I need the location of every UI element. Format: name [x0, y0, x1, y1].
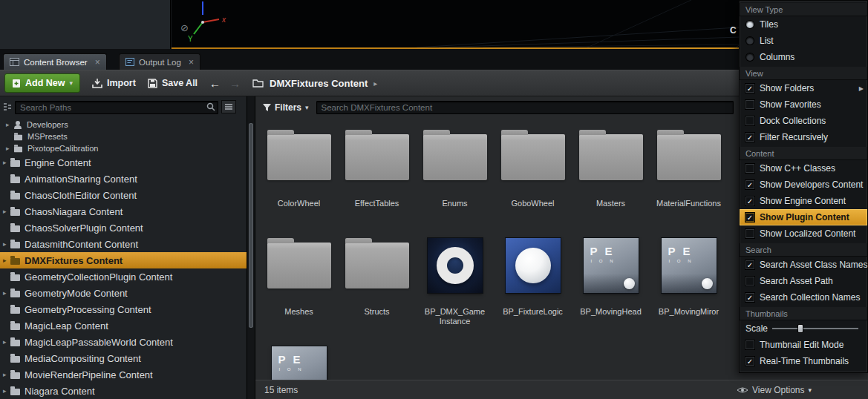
asset-tile-effecttables[interactable]: EffectTables — [338, 122, 416, 230]
tree-item-magicleap-content[interactable]: MagicLeap Content — [0, 317, 247, 334]
asset-search-input[interactable] — [316, 101, 734, 114]
asset-tile-bp-fixturelogic[interactable]: BP_FixtureLogic — [494, 230, 572, 338]
expand-arrow-icon[interactable]: ▸ — [3, 338, 10, 346]
add-new-button[interactable]: Add New ▾ — [4, 73, 80, 93]
menu-item-show-folders[interactable]: ✓Show Folders▶ — [740, 80, 867, 96]
asset-label: EffectTables — [355, 199, 399, 208]
menu-item-show-favorites[interactable]: Show Favorites — [740, 96, 867, 113]
tree-item-chaossolverplugin-content[interactable]: ChaosSolverPlugin Content — [0, 220, 247, 236]
menu-item-list[interactable]: List — [740, 33, 867, 49]
view-options-label: View Options — [752, 385, 804, 395]
menu-item-show-plugin-content[interactable]: ✓Show Plugin Content — [740, 209, 867, 225]
menu-item-show-engine-content[interactable]: ✓Show Engine Content — [740, 193, 867, 209]
tree-item-engine-content[interactable]: ▸Engine Content — [0, 154, 247, 171]
thumbnail-logo-subtext: I O N — [669, 259, 694, 263]
expand-arrow-icon[interactable]: ▸ — [6, 121, 13, 128]
tree-item-geometrymode-content[interactable]: ▸GeometryMode Content — [0, 285, 247, 301]
forward-button[interactable]: → — [229, 77, 241, 90]
eye-icon — [737, 386, 748, 394]
tree-item-chaosniagara-content[interactable]: ▸ChaosNiagara Content — [0, 203, 247, 220]
asset-tile-gobowheel[interactable]: GoboWheel — [494, 122, 572, 230]
asset-tile-enums[interactable]: Enums — [416, 122, 494, 230]
tree-item-chaosclotheditor-content[interactable]: ChaosClothEditor Content — [0, 187, 247, 203]
folder-shape-icon — [501, 134, 565, 180]
tree-item-movierenderpipeline-content[interactable]: ▸MovieRenderPipeline Content — [0, 366, 247, 383]
content-browser-toolbar: Add New ▾ Import Save All ← → — [0, 70, 868, 96]
asset-tile-bp-movinghead[interactable]: P EI O NBP_MovingHead — [572, 230, 650, 338]
menu-item-thumbnail-edit-mode[interactable]: Thumbnail Edit Mode — [740, 337, 867, 353]
tree-item-label: DMXFixtures Content — [25, 255, 123, 266]
output-log-icon — [125, 58, 134, 66]
view-list-button[interactable] — [221, 100, 236, 113]
breadcrumb-expand-icon[interactable]: ▸ — [373, 79, 377, 88]
menu-item-columns[interactable]: Columns — [740, 49, 867, 65]
tab-content-browser[interactable]: Content Browser × — [3, 53, 107, 70]
menu-item-label: Search Collection Names — [760, 292, 860, 303]
menu-item-label: Show C++ Classes — [760, 163, 835, 174]
folder-icon — [10, 160, 20, 167]
asset-tile-structs[interactable]: Structs — [338, 230, 416, 338]
tree-item-datasmithcontent-content[interactable]: ▸DatasmithContent Content — [0, 236, 247, 252]
asset-label: Structs — [364, 307, 389, 317]
tree-item-dmxfixtures-content[interactable]: ▸DMXFixtures Content — [0, 252, 247, 268]
tree-item-pixotopecalibration[interactable]: ▸PixotopeCalibration — [0, 142, 247, 154]
tree-item-mspresets[interactable]: MSPresets — [0, 131, 247, 142]
expand-arrow-icon[interactable]: ▸ — [3, 159, 10, 166]
tree-item-animationsharing-content[interactable]: AnimationSharing Content — [0, 171, 247, 187]
tree-item-developers[interactable]: ▸Developers — [0, 119, 247, 131]
scrollbar-thumb[interactable] — [249, 123, 253, 328]
tree-item-geometryprocessing-content[interactable]: GeometryProcessing Content — [0, 301, 247, 317]
menu-item-show-localized-content[interactable]: Show Localized Content — [740, 225, 867, 242]
tab-output-log[interactable]: Output Log × — [119, 53, 200, 70]
expand-arrow-icon[interactable]: ▸ — [3, 240, 10, 248]
close-tab-icon[interactable]: × — [189, 57, 194, 67]
view-options-button[interactable]: View Options ▾ — [737, 385, 812, 395]
sources-panel: ▸DevelopersMSPresets▸PixotopeCalibration… — [0, 96, 247, 399]
expand-arrow-icon[interactable]: ▸ — [6, 145, 13, 152]
asset-tile-colorwheel[interactable]: ColorWheel — [260, 122, 338, 230]
close-tab-icon[interactable]: × — [95, 57, 100, 67]
sidebar-scrollbar[interactable] — [247, 96, 255, 399]
menu-item-label: List — [760, 36, 774, 46]
thumbnail-scale-slider[interactable] — [772, 328, 858, 329]
menu-item-search-asset-class-names[interactable]: ✓Search Asset Class Names — [740, 257, 867, 273]
save-all-button[interactable]: Save All — [148, 78, 198, 88]
menu-item-scale[interactable]: Scale — [740, 320, 867, 337]
breadcrumb[interactable]: DMXFixtures Content ▸ — [252, 78, 377, 89]
tree-item-magicleappassableworld-content[interactable]: ▸MagicLeapPassableWorld Content — [0, 334, 247, 350]
menu-section-search: Search✓Search Asset Class NamesSearch As… — [740, 243, 867, 306]
menu-item-show-c-classes[interactable]: Show C++ Classes — [740, 160, 867, 177]
import-button[interactable]: Import — [92, 78, 136, 88]
asset-tile-masters[interactable]: Masters — [572, 122, 650, 230]
thumbnail-sphere-icon — [702, 278, 713, 289]
menu-item-dock-collections[interactable]: Dock Collections — [740, 113, 867, 129]
folder-icon — [10, 225, 20, 232]
asset-tile-materialfunctions[interactable]: MaterialFunctions — [650, 122, 728, 230]
asset-tile-bp-movingmiror[interactable]: P EI O NBP_MovingMiror — [650, 230, 728, 338]
menu-item-show-developers-content[interactable]: ✓Show Developers Content — [740, 177, 867, 193]
expand-arrow-icon[interactable]: ▸ — [3, 257, 10, 264]
sources-toggle-icon[interactable] — [2, 102, 12, 112]
svg-text:Y: Y — [188, 35, 193, 43]
back-button[interactable]: ← — [209, 77, 221, 90]
expand-arrow-icon[interactable]: ▸ — [3, 387, 10, 395]
path-search-input[interactable] — [15, 101, 218, 114]
slider-thumb[interactable] — [797, 324, 803, 333]
tree-item-niagara-content[interactable]: ▸Niagara Content — [0, 383, 247, 399]
menu-item-search-collection-names[interactable]: ✓Search Collection Names — [740, 289, 867, 306]
asset-tile-bp-dmx-game-instance[interactable]: BP_DMX_Game Instance — [416, 230, 494, 338]
photo-thumbnail: P EI O N — [272, 346, 327, 380]
expand-arrow-icon[interactable]: ▸ — [3, 289, 10, 297]
menu-item-real-time-thumbnails[interactable]: ✓Real-Time Thumbnails — [740, 353, 867, 369]
expand-arrow-icon[interactable]: ▸ — [3, 371, 10, 378]
menu-item-tiles[interactable]: Tiles — [740, 16, 867, 33]
asset-tile-item[interactable]: P EI O N — [260, 338, 338, 380]
tree-item-label: Developers — [27, 120, 68, 129]
filters-button[interactable]: Filters ▾ — [263, 102, 309, 113]
tree-item-mediacompositing-content[interactable]: MediaCompositing Content — [0, 350, 247, 366]
menu-item-search-asset-path[interactable]: Search Asset Path — [740, 273, 867, 289]
asset-tile-meshes[interactable]: Meshes — [260, 230, 338, 338]
menu-item-filter-recursively[interactable]: ✓Filter Recursively — [740, 129, 867, 145]
expand-arrow-icon[interactable]: ▸ — [3, 208, 10, 215]
tree-item-geometrycollectionplugin-content[interactable]: GeometryCollectionPlugin Content — [0, 268, 247, 285]
